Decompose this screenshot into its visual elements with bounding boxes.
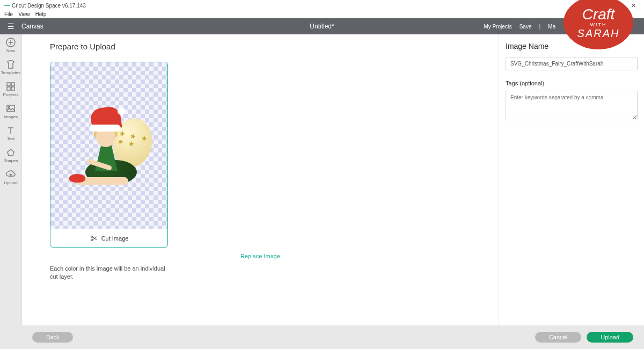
prepare-heading: Prepare to Upload [50, 42, 471, 51]
my-projects-link[interactable]: My Projects [484, 24, 511, 30]
app-header: ☰ Canvas Untitled* My Projects Save | Ma [0, 18, 644, 34]
canvas-label: Canvas [21, 23, 43, 30]
svg-rect-6 [11, 87, 14, 90]
layer-note: Each color in this image will be an indi… [50, 265, 168, 281]
rail-projects[interactable]: Projects [3, 82, 19, 97]
separator: | [539, 24, 540, 30]
rail-upload[interactable]: Upload [4, 170, 17, 185]
rail-new-label: New [6, 48, 15, 53]
menu-bar: File View Help [0, 11, 644, 18]
svg-rect-7 [7, 105, 14, 112]
menu-file[interactable]: File [4, 11, 13, 17]
image-icon [6, 104, 16, 113]
rail-images[interactable]: Images [4, 104, 18, 119]
svg-marker-9 [8, 149, 14, 156]
svg-rect-3 [7, 83, 10, 86]
cut-image-row: Cut Image [50, 229, 167, 247]
image-preview-card[interactable]: Cut Image [50, 62, 168, 248]
plus-circle-icon [6, 38, 16, 47]
app-icon: — [4, 3, 10, 9]
app-version: v6.17.143 [62, 3, 86, 9]
upload-button[interactable]: Upload [587, 332, 633, 343]
rail-shapes-label: Shapes [3, 158, 18, 163]
badge-line2: WITH [590, 23, 607, 27]
app-title: Cricut Design Space [12, 3, 61, 9]
image-preview [50, 62, 167, 229]
replace-image-link[interactable]: Replace Image [50, 253, 471, 259]
badge-line1: Craft [582, 7, 615, 22]
rail-images-label: Images [4, 114, 18, 119]
svg-rect-4 [11, 83, 14, 86]
cancel-button[interactable]: Cancel [535, 332, 581, 343]
svg-rect-5 [7, 87, 10, 90]
svg-point-11 [91, 239, 92, 241]
svg-point-10 [91, 236, 92, 237]
title-bar: — Cricut Design Space v6.17.143 [0, 0, 644, 11]
left-rail: New Templates Projects Images Text Shape… [0, 34, 21, 349]
cut-image-label: Cut Image [101, 235, 129, 242]
fairy-illustration [66, 100, 152, 191]
main-area: Prepare to Upload [21, 34, 644, 325]
rail-shapes[interactable]: Shapes [3, 148, 18, 163]
rail-upload-label: Upload [4, 180, 17, 185]
footer-bar: Back Cancel Upload [21, 325, 644, 349]
center-panel: Prepare to Upload [21, 34, 499, 325]
rail-new[interactable]: New [6, 38, 16, 53]
image-name-input[interactable] [506, 57, 638, 70]
tags-input[interactable] [506, 91, 638, 120]
right-panel: Image Name Tags (optional) [499, 34, 644, 325]
rail-text[interactable]: Text [6, 126, 16, 141]
rail-templates[interactable]: Templates [1, 60, 20, 75]
hamburger-icon[interactable]: ☰ [0, 22, 21, 31]
rail-text-label: Text [7, 136, 15, 141]
machine-label[interactable]: Ma [548, 24, 555, 30]
shapes-icon [6, 148, 16, 157]
back-button[interactable]: Back [32, 332, 73, 343]
rail-projects-label: Projects [3, 92, 19, 97]
scissors-icon [90, 235, 98, 242]
badge-line3: SARAH [577, 28, 620, 39]
document-title: Untitled* [310, 23, 334, 30]
menu-help[interactable]: Help [35, 11, 47, 17]
rail-templates-label: Templates [1, 70, 20, 75]
text-icon [6, 126, 16, 135]
grid-icon [6, 82, 16, 91]
save-link[interactable]: Save [519, 24, 532, 30]
tshirt-icon [6, 60, 16, 69]
menu-view[interactable]: View [18, 11, 30, 17]
tags-label: Tags (optional) [506, 80, 638, 86]
cloud-upload-icon [6, 170, 16, 179]
